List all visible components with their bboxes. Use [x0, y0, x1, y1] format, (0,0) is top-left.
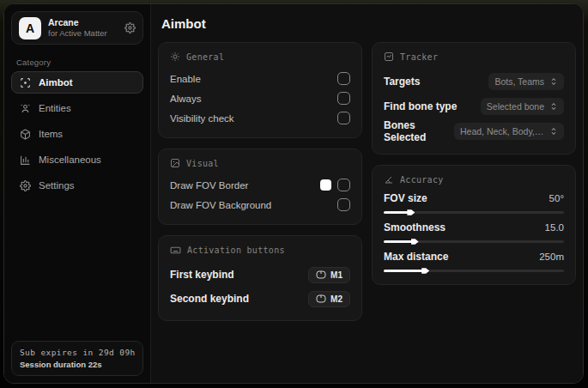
setting-label: Draw FOV Background — [170, 200, 271, 210]
brand-card: A Arcane for Active Matter — [11, 11, 143, 45]
general-header-label: General — [186, 52, 224, 62]
find-bone-type-dropdown[interactable]: Selected bone — [481, 98, 564, 115]
activation-header-label: Activation buttons — [187, 246, 285, 255]
max-distance-slider-block: Max distance 250m — [384, 251, 564, 272]
setting-label: Targets — [384, 76, 420, 88]
sidebar-item-aimbot[interactable]: Aimbot — [11, 71, 143, 94]
chevrons-up-down-icon — [549, 77, 558, 86]
keybind-value: M2 — [330, 294, 342, 304]
sidebar-item-label: Aimbot — [39, 77, 73, 88]
dropdown-value: Selected bone — [487, 101, 544, 112]
brand-subtitle: for Active Matter — [48, 28, 118, 39]
settings-gear-icon — [20, 180, 31, 191]
app-window: A Arcane for Active Matter Category — [3, 3, 584, 384]
crosshair-scan-icon — [20, 77, 31, 88]
accuracy-header-label: Accuracy — [400, 175, 444, 185]
chevrons-up-down-icon — [549, 127, 558, 136]
sidebar: A Arcane for Active Matter Category — [4, 4, 151, 383]
setting-label: FOV size — [384, 192, 427, 204]
right-column: Tracker Targets Bots, Teams — [372, 42, 576, 285]
sidebar-item-settings[interactable]: Settings — [11, 174, 143, 197]
subscription-card: Sub expires in 29d 09h Session duration … — [11, 341, 143, 376]
enable-checkbox[interactable] — [337, 72, 350, 85]
category-label: Category — [16, 58, 138, 67]
tracker-card: Tracker Targets Bots, Teams — [372, 42, 576, 155]
setting-row-first-keybind: First keybind M1 — [170, 264, 350, 286]
setting-label: Always — [170, 94, 201, 104]
fov-size-slider[interactable] — [384, 211, 564, 214]
angle-icon — [384, 174, 394, 185]
draw-fov-background-checkbox[interactable] — [337, 198, 350, 211]
dropdown-value: Bots, Teams — [494, 76, 544, 87]
page-title: Aimbot — [161, 16, 576, 31]
slider-value: 50° — [549, 193, 564, 203]
mouse-icon — [316, 294, 326, 303]
tracker-header-label: Tracker — [400, 52, 438, 62]
sidebar-item-items[interactable]: Items — [11, 123, 143, 145]
draw-fov-border-checkbox[interactable] — [337, 179, 350, 191]
brand-logo: A — [19, 17, 41, 39]
main-panel: Aimbot General Enable — [151, 4, 583, 383]
slider-value: 15.0 — [545, 222, 564, 233]
setting-row-enable: Enable — [170, 70, 350, 88]
image-icon — [170, 158, 180, 168]
visual-header-label: Visual — [186, 159, 219, 168]
sidebar-item-label: Items — [39, 129, 63, 139]
setting-label: First keybind — [170, 269, 234, 281]
brand-name: Arcane — [48, 17, 118, 28]
setting-row-draw-fov-background: Draw FOV Background — [170, 196, 350, 214]
first-keybind-button[interactable]: M1 — [308, 267, 350, 283]
activation-card: Activation buttons First keybind M1 — [158, 235, 362, 321]
slider-thumb[interactable] — [407, 209, 415, 216]
smoothness-slider[interactable] — [384, 240, 564, 243]
keybind-value: M1 — [330, 270, 342, 280]
setting-row-draw-fov-border: Draw FOV Border — [170, 176, 350, 194]
sidebar-item-label: Miscellaneous — [39, 155, 101, 165]
accuracy-card: Accuracy FOV size 50° — [372, 165, 576, 285]
slider-value: 250m — [539, 252, 564, 262]
visibility-check-checkbox[interactable] — [337, 112, 350, 124]
left-column: General Enable Always Visibility check — [158, 42, 362, 321]
targets-dropdown[interactable]: Bots, Teams — [488, 73, 564, 90]
session-duration-text: Session duration 22s — [20, 359, 135, 370]
keyboard-icon — [170, 245, 181, 256]
brand-text: Arcane for Active Matter — [48, 17, 118, 39]
setting-row-visibility-check: Visibility check — [170, 109, 350, 127]
sidebar-item-label: Settings — [39, 180, 75, 191]
box-icon — [20, 129, 31, 140]
gear-icon[interactable] — [124, 22, 136, 33]
setting-row-find-bone-type: Find bone type Selected bone — [384, 94, 564, 118]
setting-row-second-keybind: Second keybind M2 — [170, 288, 350, 310]
setting-label: Max distance — [384, 251, 448, 263]
general-gear-icon — [170, 52, 180, 62]
setting-label: Visibility check — [170, 113, 234, 124]
mouse-icon — [316, 270, 326, 279]
max-distance-slider[interactable] — [384, 270, 564, 272]
entities-icon — [20, 103, 31, 114]
smoothness-slider-block: Smoothness 15.0 — [384, 221, 564, 243]
setting-row-targets: Targets Bots, Teams — [384, 70, 564, 93]
slider-thumb[interactable] — [421, 267, 429, 275]
dropdown-value: Head, Neck, Body, Pe.. — [460, 126, 544, 136]
setting-label: Bones Selected — [384, 119, 454, 143]
bones-selected-dropdown[interactable]: Head, Neck, Body, Pe.. — [454, 123, 564, 140]
sidebar-nav: Aimbot Entities Items — [4, 71, 150, 197]
tracker-icon — [384, 52, 394, 62]
setting-row-bones-selected: Bones Selected Head, Neck, Body, Pe.. — [384, 119, 564, 143]
chart-icon — [20, 155, 31, 166]
sidebar-item-label: Entities — [39, 103, 71, 113]
always-checkbox[interactable] — [337, 92, 350, 105]
fov-size-slider-block: FOV size 50° — [384, 192, 564, 214]
setting-label: Smoothness — [384, 221, 446, 233]
visual-card: Visual Draw FOV Border Draw FOV Backgrou… — [158, 149, 362, 225]
slider-thumb[interactable] — [411, 238, 419, 246]
sidebar-item-entities[interactable]: Entities — [11, 97, 143, 119]
setting-label: Draw FOV Border — [170, 180, 248, 191]
setting-row-always: Always — [170, 89, 350, 107]
chevrons-up-down-icon — [549, 102, 558, 111]
fov-border-color-swatch[interactable] — [320, 179, 331, 191]
general-card: General Enable Always Visibility check — [158, 42, 362, 138]
sidebar-item-miscellaneous[interactable]: Miscellaneous — [11, 149, 143, 171]
setting-label: Second keybind — [170, 293, 249, 305]
second-keybind-button[interactable]: M2 — [308, 291, 350, 307]
